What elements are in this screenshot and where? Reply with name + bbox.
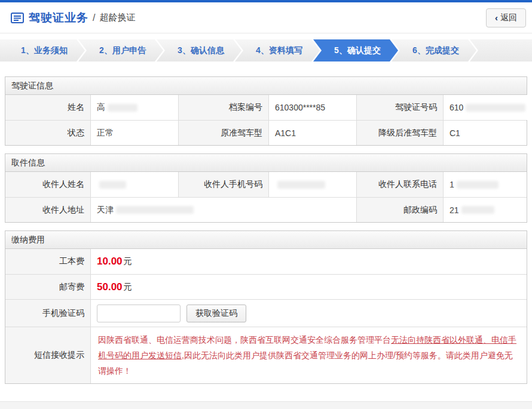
table-row: 姓名 高 档案编号 610300****85 驾驶证号码 610 (5, 95, 527, 120)
original-class-label: 原准驾车型 (178, 121, 268, 145)
back-button[interactable]: ‹ 返回 (486, 8, 526, 27)
page-title: 驾驶证业务 (29, 10, 88, 26)
recipient-phone-label: 收件人联系电话 (356, 172, 443, 197)
license-service-icon (11, 13, 24, 23)
downgraded-class-label: 降级后准驾车型 (356, 121, 443, 145)
recipient-mobile-label: 收件人手机号码 (178, 172, 268, 197)
status-value: 正常 (90, 121, 178, 145)
recipient-phone-value: 1 (443, 172, 527, 197)
redacted-value (116, 206, 194, 214)
step-4-fill-data: 4、资料填写 (235, 39, 320, 61)
redacted-value (461, 206, 494, 214)
table-row: 收件人姓名 收件人手机号码 收件人联系电话 1 (5, 172, 527, 197)
breadcrumb-separator: / (93, 13, 95, 23)
status-label: 状态 (5, 121, 90, 145)
redacted-value (277, 181, 325, 189)
license-info-panel: 驾驶证信息 姓名 高 档案编号 610300****85 驾驶证号码 610 状… (5, 76, 527, 146)
license-number-label: 驾驶证号码 (356, 95, 443, 120)
production-fee-label: 工本费 (5, 249, 90, 274)
license-info-title: 驾驶证信息 (5, 77, 527, 95)
table-row: 状态 正常 原准驾车型 A1C1 降级后准驾车型 C1 (5, 120, 527, 145)
postal-code-value: 21 (443, 198, 527, 222)
table-row: 收件人地址 天津 邮政编码 21 (5, 197, 527, 222)
step-wizard: 1、业务须知 2、用户申告 3、确认信息 4、资料填写 5、确认提交 6、完成提… (0, 39, 532, 61)
step-5-confirm-submit: 5、确认提交 (313, 39, 398, 61)
step-6-complete: 6、完成提交 (392, 39, 476, 61)
sms-notice-label: 短信接收提示 (5, 327, 90, 383)
redacted-value (108, 104, 137, 112)
postal-code-label: 邮政编码 (356, 198, 443, 222)
redacted-value (99, 181, 126, 189)
postage-fee-label: 邮寄费 (5, 275, 90, 299)
downgraded-class-value: C1 (443, 121, 527, 145)
sms-code-label: 手机验证码 (5, 300, 90, 327)
recipient-name-value (90, 172, 178, 197)
back-button-label: 返回 (500, 13, 517, 23)
step-bar-tail (470, 39, 532, 61)
step-3-confirm-info: 3、确认信息 (157, 39, 241, 61)
recipient-address-label: 收件人地址 (5, 198, 90, 222)
step-1-notice: 1、业务须知 (0, 39, 85, 61)
sms-notice-text: 因陕西省联通、电信运营商技术问题，陕西省互联网交通安全综合服务管理平台无法向持陕… (98, 332, 519, 379)
breadcrumb-current: 超龄换证 (99, 12, 135, 23)
chevron-left-icon: ‹ (495, 13, 498, 23)
fees-panel: 缴纳费用 工本费 10.00 元 邮寄费 50.00 元 手机验证码 获取验证码… (5, 230, 527, 384)
table-row: 邮寄费 50.00 元 (5, 274, 527, 299)
sms-notice-cell: 因陕西省联通、电信运营商技术问题，陕西省互联网交通安全综合服务管理平台无法向持陕… (90, 327, 527, 383)
page-bottom-strip (0, 401, 532, 409)
recipient-address-value: 天津 (90, 198, 356, 222)
pickup-info-panel: 取件信息 收件人姓名 收件人手机号码 收件人联系电话 1 收件人地址 天津 (5, 153, 527, 223)
sms-code-input[interactable] (97, 305, 181, 322)
fees-title: 缴纳费用 (5, 231, 527, 249)
production-fee-value: 10.00 元 (90, 249, 527, 274)
table-row: 工本费 10.00 元 (5, 249, 527, 274)
name-value: 高 (90, 95, 178, 120)
step-2-declare: 2、用户申告 (78, 39, 163, 61)
recipient-name-label: 收件人姓名 (5, 172, 90, 197)
table-row: 短信接收提示 因陕西省联通、电信运营商技术问题，陕西省互联网交通安全综合服务管理… (5, 327, 527, 383)
redacted-value (466, 104, 525, 112)
license-number-value: 610 (443, 95, 531, 120)
name-label: 姓名 (5, 95, 90, 120)
file-number-value: 610300****85 (268, 95, 356, 120)
redacted-value (457, 181, 499, 189)
pickup-info-title: 取件信息 (5, 154, 527, 172)
page-header: 驾驶证业务 / 超龄换证 ‹ 返回 (0, 2, 532, 33)
table-row: 手机验证码 获取验证码 (5, 299, 527, 327)
original-class-value: A1C1 (268, 121, 356, 145)
sms-code-cell: 获取验证码 (90, 300, 527, 327)
get-sms-code-button[interactable]: 获取验证码 (186, 305, 246, 322)
file-number-label: 档案编号 (178, 95, 268, 120)
postage-fee-value: 50.00 元 (90, 275, 527, 299)
recipient-mobile-value (268, 172, 356, 197)
